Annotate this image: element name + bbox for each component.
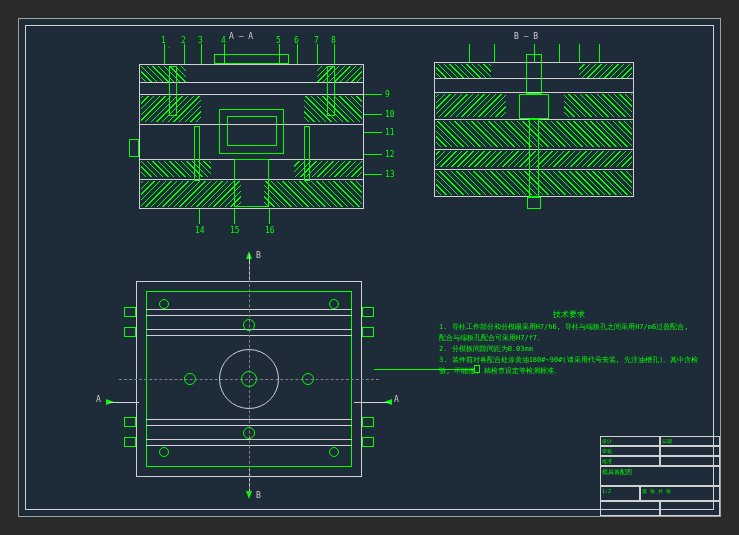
plan-view: A A B B	[124, 269, 374, 489]
tb-approved: 批准	[600, 456, 660, 466]
cad-canvas[interactable]: A — A	[18, 18, 721, 517]
tb-checked: 审核	[600, 446, 660, 456]
leader-num: 12	[385, 150, 395, 159]
section-mark: B	[256, 491, 261, 500]
leader-num: 9	[385, 90, 390, 99]
leader-num: 3	[198, 36, 203, 45]
tb-date: 日期	[660, 436, 720, 446]
section-label-aa: A — A	[229, 32, 253, 41]
leader-num: 5	[276, 36, 281, 45]
tb-drawn: 设计	[600, 436, 660, 446]
title-block: 设计 日期 审核 批准 模具装配图 1:2 第 张 共 张	[600, 436, 720, 516]
leader-num: 15	[230, 226, 240, 235]
leader-num: 10	[385, 110, 395, 119]
leader-num: 6	[294, 36, 299, 45]
leader-num: 2	[181, 36, 186, 45]
tb-name: 模具装配图	[600, 466, 720, 486]
tb-company	[600, 501, 660, 516]
leader-num: 7	[314, 36, 319, 45]
note-line: 2. 分模板间隙间距为0.03mm	[439, 344, 699, 355]
leader-num: 16	[265, 226, 275, 235]
section-label-bb: B — B	[514, 32, 538, 41]
tb-number	[660, 501, 720, 516]
section-view-a-a: A — A	[139, 54, 364, 214]
notes-title: 技术要求	[439, 309, 699, 320]
section-mark: A	[394, 395, 399, 404]
leader-num: 4	[221, 36, 226, 45]
leader-num: 1	[161, 36, 166, 45]
section-view-b-b: B — B	[434, 54, 634, 204]
leader-num: 8	[331, 36, 336, 45]
note-line: 1. 导柱工作部分和分模眼采用H7/h6, 导柱与端板孔之间采用H7/m6过盈配…	[439, 322, 699, 344]
leader-num: 11	[385, 128, 395, 137]
section-mark: B	[256, 251, 261, 260]
leader-num: 13	[385, 170, 395, 179]
tb-sheet: 第 张 共 张	[640, 486, 720, 501]
tb-scale: 1:2	[600, 486, 640, 501]
leader-num: 14	[195, 226, 205, 235]
technical-notes: 技术要求 1. 导柱工作部分和分模眼采用H7/h6, 导柱与端板孔之间采用H7/…	[439, 309, 699, 377]
note-line: 3. 装件前对各配合处涂黄油180#~90#(请采用代号安装, 先注油槽孔)。其…	[439, 355, 699, 377]
section-mark: A	[96, 395, 101, 404]
